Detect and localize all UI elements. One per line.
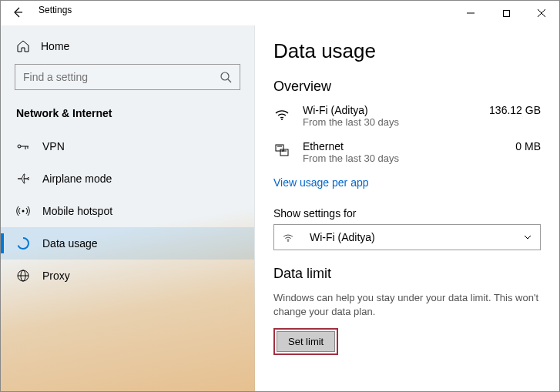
nav-item-data-usage[interactable]: Data usage — [1, 227, 254, 260]
svg-rect-17 — [276, 145, 283, 151]
page-title: Data usage — [273, 39, 541, 63]
maximize-button[interactable] — [488, 1, 524, 25]
svg-point-16 — [281, 119, 283, 120]
svg-point-7 — [18, 145, 21, 148]
dropdown-value: Wi-Fi (Aditya) — [310, 231, 375, 243]
home-icon — [16, 39, 30, 53]
usage-value: 136.12 GB — [489, 104, 541, 116]
sidebar-section-title: Network & Internet — [1, 104, 254, 130]
ethernet-icon — [273, 140, 292, 159]
overview-heading: Overview — [273, 79, 541, 95]
nav-item-proxy[interactable]: Proxy — [1, 260, 254, 292]
data-usage-icon — [16, 236, 30, 250]
usage-row-wifi[interactable]: Wi-Fi (Aditya) From the last 30 days 136… — [273, 104, 541, 128]
nav-label: Airplane mode — [42, 173, 112, 185]
proxy-icon — [16, 269, 30, 283]
nav-item-hotspot[interactable]: Mobile hotspot — [1, 195, 254, 227]
chevron-down-icon — [523, 233, 532, 242]
usage-name: Wi-Fi (Aditya) — [303, 104, 399, 116]
svg-point-12 — [18, 238, 29, 249]
view-usage-link[interactable]: View usage per app — [273, 176, 541, 189]
svg-rect-18 — [280, 149, 288, 156]
data-limit-heading: Data limit — [273, 266, 541, 282]
nav-item-airplane[interactable]: Airplane mode — [1, 162, 254, 195]
nav-label: Data usage — [42, 237, 98, 250]
usage-sub: From the last 30 days — [303, 152, 399, 164]
data-limit-desc: Windows can help you stay under your dat… — [273, 291, 541, 319]
usage-row-ethernet[interactable]: Ethernet From the last 30 days 0 MB — [273, 140, 541, 164]
svg-rect-2 — [503, 10, 509, 16]
usage-name: Ethernet — [303, 140, 399, 152]
close-button[interactable] — [524, 1, 559, 25]
airplane-icon — [16, 172, 30, 186]
set-limit-highlight: Set limit — [273, 328, 338, 355]
nav-label: VPN — [42, 140, 65, 152]
wifi-icon — [273, 104, 292, 122]
vpn-icon — [16, 139, 30, 153]
titlebar: Settings — [1, 1, 559, 25]
svg-point-11 — [22, 210, 25, 213]
svg-line-6 — [228, 79, 231, 82]
home-label: Home — [41, 40, 69, 52]
nav-label: Proxy — [42, 270, 70, 282]
home-nav[interactable]: Home — [1, 33, 254, 64]
usage-sub: From the last 30 days — [303, 116, 399, 128]
window-title: Settings — [39, 5, 72, 15]
search-box[interactable] — [15, 64, 240, 90]
hotspot-icon — [16, 204, 30, 218]
back-button[interactable] — [0, 0, 35, 25]
usage-value: 0 MB — [515, 140, 541, 152]
nav-label: Mobile hotspot — [42, 205, 112, 217]
svg-point-21 — [287, 240, 288, 241]
show-settings-label: Show settings for — [273, 207, 541, 219]
minimize-button[interactable] — [453, 1, 488, 25]
wifi-icon — [282, 231, 294, 243]
content-pane: Data usage Overview Wi-Fi (Aditya) From … — [255, 25, 559, 391]
network-dropdown[interactable]: Wi-Fi (Aditya) — [273, 224, 541, 250]
search-icon — [220, 71, 232, 83]
sidebar: Home Network & Internet VPN Airplane mod… — [1, 25, 255, 391]
svg-point-5 — [221, 72, 229, 80]
set-limit-button[interactable]: Set limit — [277, 331, 335, 352]
nav-item-vpn[interactable]: VPN — [1, 130, 254, 162]
search-input[interactable] — [23, 71, 208, 83]
